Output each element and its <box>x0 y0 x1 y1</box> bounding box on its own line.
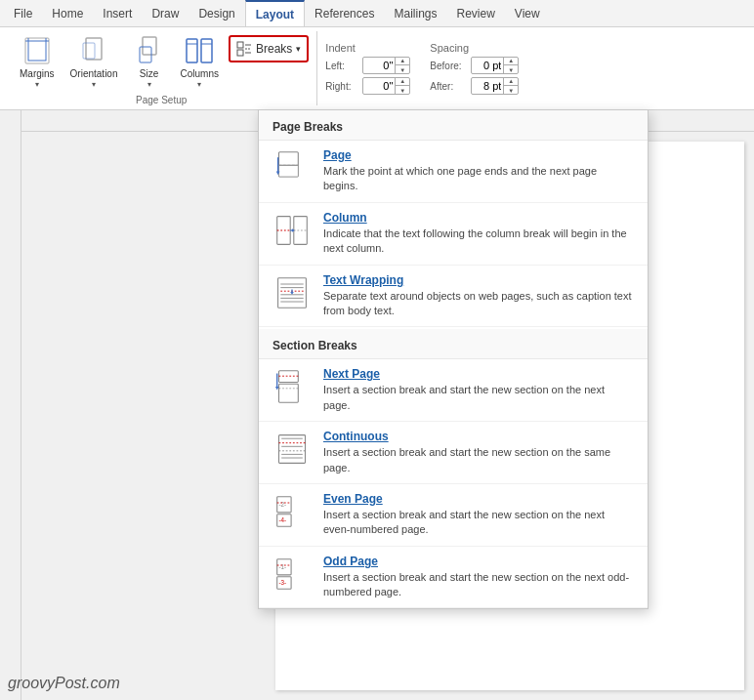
page-setup-buttons: Margins ▾ Orientation ▾ <box>14 31 309 93</box>
svg-rect-10 <box>187 39 197 62</box>
svg-text:-2-: -2- <box>279 501 287 508</box>
indent-right-value[interactable] <box>363 80 395 92</box>
breaks-icon <box>236 41 252 57</box>
svg-rect-15 <box>237 50 243 56</box>
tab-design[interactable]: Design <box>188 0 244 26</box>
break-continuous-icon <box>272 430 312 469</box>
svg-text:-1-: -1- <box>279 562 287 569</box>
svg-text:-3-: -3- <box>279 578 287 585</box>
break-textwrap-desc: Separate text around objects on web page… <box>323 289 634 319</box>
break-page-desc: Mark the point at which one page ends an… <box>323 164 634 194</box>
orientation-icon <box>78 35 109 66</box>
breaks-dropdown-caret: ▾ <box>296 44 301 54</box>
svg-text:-4-: -4- <box>279 516 287 523</box>
ribbon-tab-bar: File Home Insert Draw Design Layout Refe… <box>0 0 754 27</box>
tab-review[interactable]: Review <box>446 0 504 26</box>
spacing-before-down[interactable]: ▼ <box>504 65 518 74</box>
indent-right-down[interactable]: ▼ <box>396 86 409 95</box>
break-evenpage-title: Even Page <box>323 492 634 506</box>
break-textwrap-title: Text Wrapping <box>323 273 634 287</box>
break-textwrap-item[interactable]: Text Wrapping Separate text around objec… <box>259 266 648 328</box>
svg-rect-21 <box>279 165 299 177</box>
ruler-left <box>0 110 21 700</box>
break-continuous-item[interactable]: Continuous Insert a section break and st… <box>259 422 648 484</box>
svg-rect-14 <box>237 42 243 48</box>
indent-left-down[interactable]: ▼ <box>396 65 409 74</box>
break-column-text: Column Indicate that the text following … <box>323 211 634 257</box>
spacing-after-input[interactable]: ▲ ▼ <box>471 77 519 95</box>
page-setup-label: Page Setup <box>136 95 187 105</box>
columns-caret: ▾ <box>197 80 201 89</box>
page-breaks-header: Page Breaks <box>259 110 648 141</box>
indent-left-value[interactable] <box>363 60 395 71</box>
indent-right-arrows: ▲ ▼ <box>395 77 409 95</box>
ribbon: File Home Insert Draw Design Layout Refe… <box>0 0 754 110</box>
tab-layout[interactable]: Layout <box>245 0 305 26</box>
spacing-before-up[interactable]: ▲ <box>504 57 518 65</box>
orientation-label: Orientation <box>70 68 118 80</box>
break-textwrap-icon <box>272 273 312 312</box>
indent-right-up[interactable]: ▲ <box>396 77 409 86</box>
break-textwrap-text: Text Wrapping Separate text around objec… <box>323 273 634 319</box>
spacing-before-value[interactable] <box>472 60 503 71</box>
size-icon <box>134 35 165 66</box>
spacing-after-arrows: ▲ ▼ <box>503 77 518 95</box>
break-nextpage-title: Next Page <box>323 367 634 381</box>
margins-caret: ▾ <box>35 80 39 89</box>
svg-rect-1 <box>28 41 46 61</box>
indent-left-up[interactable]: ▲ <box>396 57 409 65</box>
tab-mailings[interactable]: Mailings <box>384 0 446 26</box>
break-continuous-title: Continuous <box>323 430 634 443</box>
svg-rect-7 <box>83 43 95 59</box>
columns-label: Columns <box>181 68 219 80</box>
break-page-title: Page <box>323 148 634 162</box>
watermark: groovyPost.com <box>8 675 120 692</box>
break-evenpage-item[interactable]: -2- -4- Even Page Insert a section break… <box>259 484 648 547</box>
spacing-before-arrows: ▲ ▼ <box>503 57 518 74</box>
break-oddpage-desc: Insert a section break and start the new… <box>323 570 634 600</box>
break-nextpage-item[interactable]: Next Page Insert a section break and sta… <box>259 359 648 422</box>
break-page-icon <box>272 148 312 187</box>
spacing-after-value[interactable] <box>472 80 503 92</box>
size-caret: ▾ <box>147 80 151 89</box>
orientation-caret: ▾ <box>92 80 96 89</box>
columns-button[interactable]: Columns ▾ <box>175 31 225 93</box>
break-continuous-desc: Insert a section break and start the new… <box>323 445 634 475</box>
spacing-after-up[interactable]: ▲ <box>504 77 518 86</box>
columns-icon <box>184 35 215 66</box>
margins-button[interactable]: Margins ▾ <box>14 31 61 93</box>
indent-left-label: Left: <box>325 61 358 71</box>
indent-header: Indent <box>325 42 410 54</box>
section-breaks-header: Section Breaks <box>259 329 648 359</box>
indent-spacing-group: Indent Left: ▲ ▼ Right: <box>317 31 526 105</box>
tab-references[interactable]: References <box>305 0 384 26</box>
svg-rect-41 <box>279 385 299 403</box>
tab-file[interactable]: File <box>4 0 42 26</box>
tab-draw[interactable]: Draw <box>142 0 188 26</box>
svg-rect-0 <box>25 38 49 63</box>
size-button[interactable]: Size ▾ <box>128 31 171 93</box>
orientation-button[interactable]: Orientation ▾ <box>64 31 124 93</box>
indent-left-input[interactable]: ▲ ▼ <box>362 57 410 74</box>
svg-rect-6 <box>86 38 102 60</box>
tab-insert[interactable]: Insert <box>93 0 142 26</box>
indent-right-input[interactable]: ▲ ▼ <box>362 77 410 95</box>
spacing-after-down[interactable]: ▼ <box>504 86 518 95</box>
tab-view[interactable]: View <box>505 0 550 26</box>
tab-home[interactable]: Home <box>42 0 93 26</box>
break-evenpage-desc: Insert a section break and start the new… <box>323 508 634 538</box>
break-continuous-text: Continuous Insert a section break and st… <box>323 430 634 475</box>
size-label: Size <box>140 68 158 80</box>
break-column-title: Column <box>323 211 634 225</box>
break-column-item[interactable]: Column Indicate that the text following … <box>259 203 648 266</box>
svg-marker-45 <box>275 387 279 391</box>
break-column-icon <box>272 211 312 250</box>
indent-left-arrows: ▲ ▼ <box>395 57 409 74</box>
break-oddpage-item[interactable]: -1- -3- Odd Page Insert a section break … <box>259 547 648 609</box>
spacing-before-input[interactable]: ▲ ▼ <box>471 57 519 74</box>
breaks-button[interactable]: Breaks ▾ <box>229 35 309 62</box>
break-page-item[interactable]: Page Mark the point at which one page en… <box>259 141 648 203</box>
break-nextpage-text: Next Page Insert a section break and sta… <box>323 367 634 413</box>
indent-right-label: Right: <box>325 81 358 92</box>
svg-rect-40 <box>279 371 299 383</box>
